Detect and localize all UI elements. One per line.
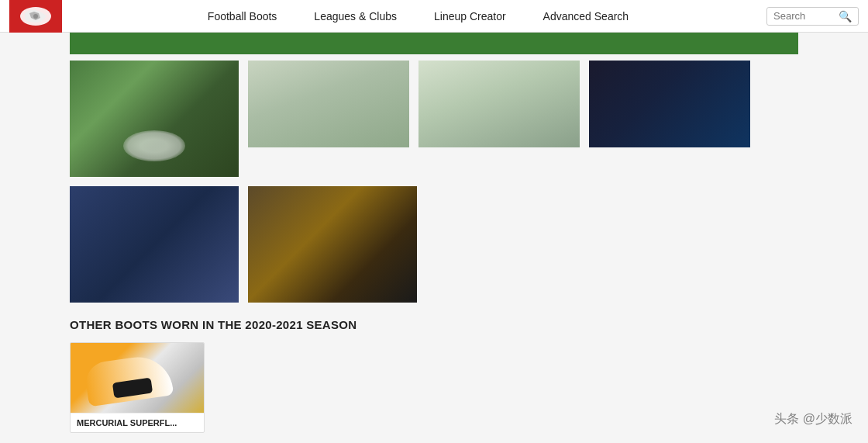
gallery-row-2	[70, 186, 798, 303]
gallery-row-1	[70, 61, 798, 177]
other-boots-title: OTHER BOOTS WORN IN THE 2020-2021 SEASON	[70, 318, 798, 331]
site-logo[interactable]	[9, 0, 62, 33]
gallery-image-player-sit[interactable]	[418, 61, 580, 147]
gallery-image-grass-boot[interactable]	[70, 61, 239, 177]
nav-leagues-clubs[interactable]: Leagues & Clubs	[314, 10, 397, 22]
navbar: Football Boots Leagues & Clubs Lineup Cr…	[0, 0, 868, 33]
nav-lineup-creator[interactable]: Lineup Creator	[434, 10, 506, 22]
gallery-image-brown-boot[interactable]	[248, 186, 417, 303]
search-box[interactable]: 🔍	[766, 7, 859, 26]
gallery-image-blue-boots[interactable]	[70, 186, 239, 303]
gallery-image-dark-boot-text[interactable]	[589, 61, 750, 147]
boots-card-mercurial[interactable]: MERCURIAL SUPERFL...	[70, 342, 205, 433]
nav-advanced-search[interactable]: Advanced Search	[543, 10, 629, 22]
other-boots-section: OTHER BOOTS WORN IN THE 2020-2021 SEASON…	[70, 318, 798, 433]
gallery-image-player-dark[interactable]	[248, 61, 409, 147]
search-icon[interactable]: 🔍	[839, 10, 852, 22]
nav-football-boots[interactable]: Football Boots	[208, 10, 277, 22]
nav-links: Football Boots Leagues & Clubs Lineup Cr…	[70, 10, 766, 22]
boots-card-label: MERCURIAL SUPERFL...	[71, 413, 204, 432]
search-input[interactable]	[773, 10, 835, 22]
main-content: OTHER BOOTS WORN IN THE 2020-2021 SEASON…	[0, 61, 868, 443]
gallery-section	[70, 61, 798, 303]
svg-point-1	[33, 14, 38, 19]
green-banner	[70, 33, 798, 54]
boots-card-image	[71, 343, 204, 413]
